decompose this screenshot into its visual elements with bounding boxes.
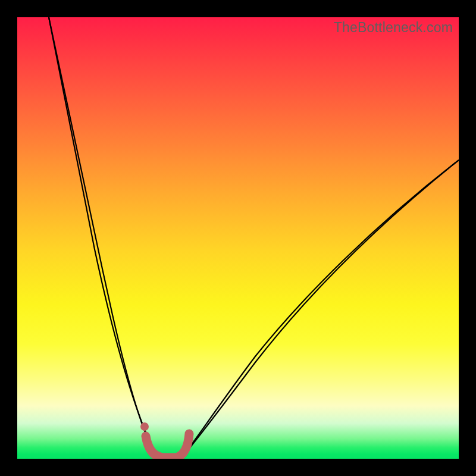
- watermark-text: TheBottleneck.com: [334, 20, 453, 36]
- marker-dot: [140, 422, 149, 431]
- plot-area: TheBottleneck.com: [17, 17, 459, 459]
- marker-layer: [17, 17, 459, 459]
- marker-u: [146, 434, 189, 458]
